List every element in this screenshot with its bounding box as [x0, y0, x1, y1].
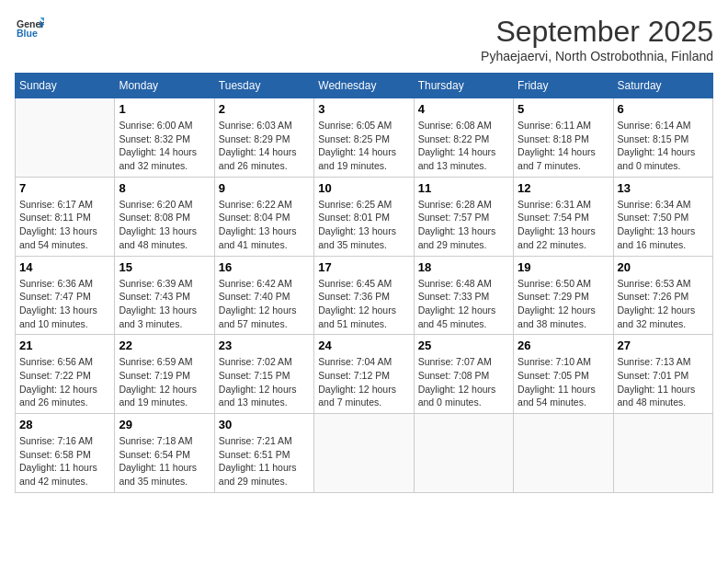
day-info: Sunrise: 6:05 AM Sunset: 8:25 PM Dayligh…: [318, 119, 409, 173]
day-number: 8: [119, 181, 210, 195]
day-info: Sunrise: 6:28 AM Sunset: 7:57 PM Dayligh…: [418, 198, 509, 252]
logo: General Blue: [15, 15, 44, 46]
week-row-1: 1Sunrise: 6:00 AM Sunset: 8:32 PM Daylig…: [16, 98, 713, 178]
day-number: 5: [518, 102, 609, 116]
calendar-cell: [514, 414, 613, 493]
day-number: 25: [418, 339, 509, 352]
week-row-4: 21Sunrise: 6:56 AM Sunset: 7:22 PM Dayli…: [16, 335, 713, 414]
calendar-cell: 3Sunrise: 6:05 AM Sunset: 8:25 PM Daylig…: [314, 98, 414, 178]
day-number: 21: [19, 339, 110, 352]
day-number: 29: [119, 418, 210, 431]
week-row-3: 14Sunrise: 6:36 AM Sunset: 7:47 PM Dayli…: [16, 256, 713, 335]
day-info: Sunrise: 7:16 AM Sunset: 6:58 PM Dayligh…: [19, 434, 110, 488]
calendar-cell: [613, 414, 712, 493]
day-number: 4: [418, 102, 509, 116]
day-number: 22: [119, 339, 210, 352]
weekday-header-row: SundayMondayTuesdayWednesdayThursdayFrid…: [16, 74, 713, 98]
day-number: 12: [518, 181, 609, 195]
day-info: Sunrise: 6:34 AM Sunset: 7:50 PM Dayligh…: [618, 198, 709, 252]
calendar-cell: 14Sunrise: 6:36 AM Sunset: 7:47 PM Dayli…: [16, 256, 115, 335]
day-info: Sunrise: 6:08 AM Sunset: 8:22 PM Dayligh…: [418, 119, 509, 173]
day-info: Sunrise: 6:22 AM Sunset: 8:04 PM Dayligh…: [219, 198, 310, 252]
day-number: 3: [318, 102, 409, 116]
day-info: Sunrise: 6:25 AM Sunset: 8:01 PM Dayligh…: [318, 198, 409, 252]
weekday-header-wednesday: Wednesday: [314, 74, 414, 98]
calendar-cell: [414, 414, 513, 493]
calendar-table: SundayMondayTuesdayWednesdayThursdayFrid…: [15, 73, 713, 493]
calendar-cell: 7Sunrise: 6:17 AM Sunset: 8:11 PM Daylig…: [16, 177, 115, 256]
weekday-header-tuesday: Tuesday: [214, 74, 313, 98]
title-block: September 2025 Pyhaejaervi, North Ostrob…: [481, 15, 713, 63]
day-number: 18: [418, 260, 509, 274]
day-number: 6: [618, 102, 709, 116]
calendar-cell: 2Sunrise: 6:03 AM Sunset: 8:29 PM Daylig…: [214, 98, 313, 178]
calendar-cell: 23Sunrise: 7:02 AM Sunset: 7:15 PM Dayli…: [214, 335, 313, 414]
day-info: Sunrise: 6:36 AM Sunset: 7:47 PM Dayligh…: [19, 277, 110, 331]
calendar-cell: 25Sunrise: 7:07 AM Sunset: 7:08 PM Dayli…: [414, 335, 513, 414]
calendar-cell: 16Sunrise: 6:42 AM Sunset: 7:40 PM Dayli…: [214, 256, 313, 335]
day-number: 2: [219, 102, 310, 116]
day-info: Sunrise: 6:53 AM Sunset: 7:26 PM Dayligh…: [618, 277, 709, 331]
month-title: September 2025: [481, 15, 713, 49]
calendar-cell: 26Sunrise: 7:10 AM Sunset: 7:05 PM Dayli…: [514, 335, 613, 414]
calendar-cell: 9Sunrise: 6:22 AM Sunset: 8:04 PM Daylig…: [214, 177, 313, 256]
day-info: Sunrise: 6:42 AM Sunset: 7:40 PM Dayligh…: [219, 277, 310, 331]
weekday-header-monday: Monday: [115, 74, 214, 98]
day-info: Sunrise: 6:00 AM Sunset: 8:32 PM Dayligh…: [119, 119, 210, 173]
day-info: Sunrise: 6:56 AM Sunset: 7:22 PM Dayligh…: [19, 355, 110, 409]
weekday-header-sunday: Sunday: [16, 74, 115, 98]
day-number: 14: [19, 260, 110, 274]
day-number: 9: [219, 181, 310, 195]
day-number: 24: [318, 339, 409, 352]
calendar-cell: 28Sunrise: 7:16 AM Sunset: 6:58 PM Dayli…: [16, 414, 115, 493]
day-info: Sunrise: 7:04 AM Sunset: 7:12 PM Dayligh…: [318, 355, 409, 409]
calendar-cell: 21Sunrise: 6:56 AM Sunset: 7:22 PM Dayli…: [16, 335, 115, 414]
weekday-header-friday: Friday: [514, 74, 613, 98]
calendar-cell: 11Sunrise: 6:28 AM Sunset: 7:57 PM Dayli…: [414, 177, 513, 256]
day-info: Sunrise: 6:31 AM Sunset: 7:54 PM Dayligh…: [518, 198, 609, 252]
day-info: Sunrise: 6:20 AM Sunset: 8:08 PM Dayligh…: [119, 198, 210, 252]
page-header: General Blue September 2025 Pyhaejaervi,…: [15, 15, 713, 63]
calendar-cell: 18Sunrise: 6:48 AM Sunset: 7:33 PM Dayli…: [414, 256, 513, 335]
calendar-cell: 4Sunrise: 6:08 AM Sunset: 8:22 PM Daylig…: [414, 98, 513, 178]
calendar-cell: 24Sunrise: 7:04 AM Sunset: 7:12 PM Dayli…: [314, 335, 414, 414]
weekday-header-saturday: Saturday: [613, 74, 712, 98]
day-info: Sunrise: 7:02 AM Sunset: 7:15 PM Dayligh…: [219, 355, 310, 409]
day-number: 17: [318, 260, 409, 274]
day-number: 15: [119, 260, 210, 274]
day-info: Sunrise: 6:11 AM Sunset: 8:18 PM Dayligh…: [518, 119, 609, 173]
calendar-cell: 27Sunrise: 7:13 AM Sunset: 7:01 PM Dayli…: [613, 335, 712, 414]
calendar-cell: 17Sunrise: 6:45 AM Sunset: 7:36 PM Dayli…: [314, 256, 414, 335]
location-subtitle: Pyhaejaervi, North Ostrobothnia, Finland: [481, 49, 713, 63]
calendar-cell: 10Sunrise: 6:25 AM Sunset: 8:01 PM Dayli…: [314, 177, 414, 256]
day-number: 7: [19, 181, 110, 195]
day-info: Sunrise: 7:07 AM Sunset: 7:08 PM Dayligh…: [418, 355, 509, 409]
calendar-cell: 6Sunrise: 6:14 AM Sunset: 8:15 PM Daylig…: [613, 98, 712, 178]
week-row-5: 28Sunrise: 7:16 AM Sunset: 6:58 PM Dayli…: [16, 414, 713, 493]
calendar-cell: [16, 98, 115, 178]
calendar-cell: 15Sunrise: 6:39 AM Sunset: 7:43 PM Dayli…: [115, 256, 214, 335]
day-number: 1: [119, 102, 210, 116]
calendar-cell: 12Sunrise: 6:31 AM Sunset: 7:54 PM Dayli…: [514, 177, 613, 256]
svg-text:Blue: Blue: [17, 28, 38, 39]
day-number: 30: [219, 418, 310, 431]
day-number: 27: [618, 339, 709, 352]
day-info: Sunrise: 6:59 AM Sunset: 7:19 PM Dayligh…: [119, 355, 210, 409]
calendar-cell: 5Sunrise: 6:11 AM Sunset: 8:18 PM Daylig…: [514, 98, 613, 178]
calendar-cell: 30Sunrise: 7:21 AM Sunset: 6:51 PM Dayli…: [214, 414, 313, 493]
week-row-2: 7Sunrise: 6:17 AM Sunset: 8:11 PM Daylig…: [16, 177, 713, 256]
day-info: Sunrise: 6:39 AM Sunset: 7:43 PM Dayligh…: [119, 277, 210, 331]
day-number: 11: [418, 181, 509, 195]
day-number: 28: [19, 418, 110, 431]
day-info: Sunrise: 6:48 AM Sunset: 7:33 PM Dayligh…: [418, 277, 509, 331]
calendar-cell: 19Sunrise: 6:50 AM Sunset: 7:29 PM Dayli…: [514, 256, 613, 335]
calendar-cell: 20Sunrise: 6:53 AM Sunset: 7:26 PM Dayli…: [613, 256, 712, 335]
calendar-cell: 29Sunrise: 7:18 AM Sunset: 6:54 PM Dayli…: [115, 414, 214, 493]
day-info: Sunrise: 7:13 AM Sunset: 7:01 PM Dayligh…: [618, 355, 709, 409]
day-info: Sunrise: 7:10 AM Sunset: 7:05 PM Dayligh…: [518, 355, 609, 409]
day-info: Sunrise: 6:03 AM Sunset: 8:29 PM Dayligh…: [219, 119, 310, 173]
calendar-cell: 8Sunrise: 6:20 AM Sunset: 8:08 PM Daylig…: [115, 177, 214, 256]
day-info: Sunrise: 6:14 AM Sunset: 8:15 PM Dayligh…: [618, 119, 709, 173]
day-info: Sunrise: 6:45 AM Sunset: 7:36 PM Dayligh…: [318, 277, 409, 331]
day-number: 26: [518, 339, 609, 352]
